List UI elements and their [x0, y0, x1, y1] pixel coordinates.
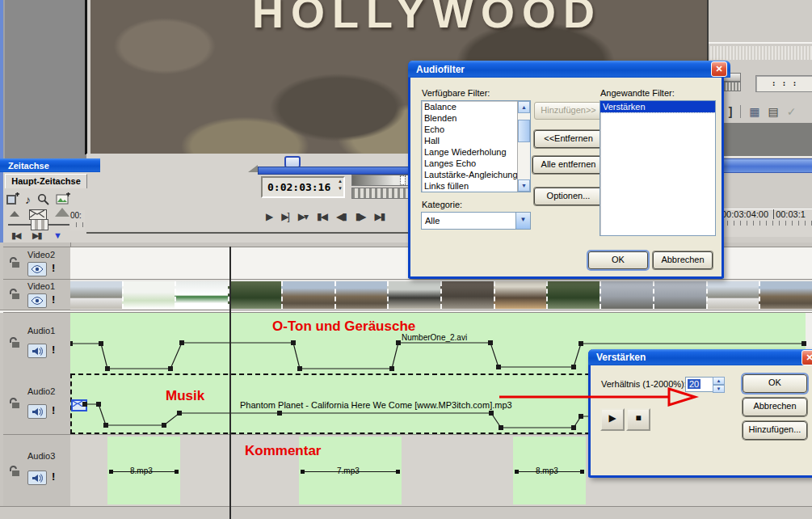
track-alert-icon[interactable]: !	[52, 344, 55, 356]
spin-down-icon[interactable]: ▼	[338, 185, 343, 192]
track-header-video2[interactable]: Video2 !	[3, 247, 70, 280]
step-back-button[interactable]: ◀▮	[336, 211, 346, 222]
envelope-handle[interactable]	[109, 470, 113, 474]
audio3-clip-3[interactable]: 8.mp3	[513, 437, 586, 504]
filter-item[interactable]: Langes Echo	[422, 158, 530, 169]
track-video1-content[interactable]	[70, 279, 812, 310]
ruler-left[interactable]: 00:	[70, 210, 85, 230]
go-to-end-button[interactable]: ▶▮	[375, 211, 385, 222]
play-button[interactable]: ▶	[266, 211, 271, 222]
scroll-down-icon[interactable]: ▼	[518, 179, 530, 192]
combo-arrow-icon[interactable]: ▼	[515, 213, 530, 229]
verstaerken-titlebar[interactable]: Verstärken ✕	[588, 349, 812, 365]
remove-all-filters-button[interactable]: Alle entfernen	[532, 156, 604, 174]
tab-haupt-zeitachse[interactable]: Haupt-Zeitachse	[5, 174, 87, 188]
step-forward-button[interactable]: ▮▶	[356, 211, 365, 222]
track-header-video1[interactable]: Video1 !	[3, 279, 70, 310]
scrub-left-triangle[interactable]	[248, 165, 258, 172]
pm-scrollbar[interactable]	[710, 158, 812, 173]
thumbnail	[494, 281, 547, 309]
envelope-handle[interactable]	[580, 470, 584, 474]
close-icon[interactable]: ✕	[801, 350, 812, 365]
spin-up-icon[interactable]: ▲	[713, 377, 725, 385]
add-audio-track-icon[interactable]: ♪	[25, 193, 31, 206]
envelope-handle[interactable]	[301, 470, 305, 474]
lock-icon[interactable]	[8, 466, 21, 477]
envelope-handle[interactable]	[396, 470, 400, 474]
applied-filters-list[interactable]: Verstärken	[600, 100, 716, 236]
track-header-audio2[interactable]: Audio2 !	[3, 373, 70, 434]
play-preview-button[interactable]: ▶▾	[298, 211, 307, 222]
close-icon[interactable]: ✕	[711, 61, 727, 77]
cancel-button[interactable]: Abbrechen	[743, 398, 807, 416]
filter-item[interactable]: Lautstärke-Angleichung	[422, 169, 530, 180]
record-narration-icon[interactable]	[35, 192, 51, 207]
next-edit-button[interactable]: ▶▮	[32, 230, 41, 241]
lock-icon[interactable]	[8, 337, 21, 348]
ok-button[interactable]: OK	[743, 374, 807, 393]
scrollbar-thumb[interactable]	[518, 120, 530, 142]
preview-play-button[interactable]: ▶	[600, 408, 625, 431]
track-visibility-toggle[interactable]	[27, 262, 47, 276]
track-alert-icon[interactable]: !	[52, 262, 55, 274]
ratio-spinner[interactable]: ▲ ▼	[713, 377, 725, 390]
track-header-audio3[interactable]: Audio3 !	[3, 434, 70, 506]
film-icon[interactable]: ▦	[749, 105, 759, 118]
playhead-line[interactable]	[229, 247, 231, 519]
zoom-in-icon[interactable]	[55, 208, 69, 217]
video1-thumbnails[interactable]	[70, 281, 812, 309]
add-video-track-icon[interactable]	[5, 192, 21, 207]
timecode-box[interactable]: 0:02:03:16 ▲ ▼	[261, 176, 345, 198]
filter-item[interactable]: Blenden	[422, 112, 530, 124]
ok-button[interactable]: OK	[588, 251, 648, 269]
filters-scrollbar[interactable]: ▲ ▼	[517, 101, 530, 192]
timeline-titlebar[interactable]: Zeitachse	[0, 158, 100, 172]
applied-filter-item[interactable]: Verstärken	[600, 101, 715, 112]
filter-item[interactable]: Balance	[422, 101, 530, 112]
zoom-slider-thumb[interactable]	[31, 219, 48, 230]
track-header-audio1[interactable]: Audio1 !	[3, 312, 70, 374]
spin-down-icon[interactable]: ▼	[713, 385, 725, 393]
edit-list-icon[interactable]: ▤	[768, 105, 779, 118]
check-icon[interactable]: ✓	[787, 105, 797, 118]
thumbnail	[387, 281, 440, 309]
track-mute-toggle[interactable]	[27, 470, 47, 485]
audiofilter-titlebar[interactable]: Audiofilter ✕	[408, 61, 730, 78]
remove-filter-button[interactable]: <<Entfernen	[534, 130, 603, 148]
go-to-start-button[interactable]: ▮◀	[317, 211, 326, 222]
timecode-spinner[interactable]: ▲ ▼	[338, 178, 343, 192]
audio3-clip-2-filename: 7.mp3	[337, 466, 360, 475]
add-button[interactable]: Hinzufügen...	[743, 421, 807, 440]
spin-up-icon[interactable]: ▲	[338, 178, 343, 185]
prev-edit-button[interactable]: ▮◀	[11, 230, 20, 241]
envelope-handle[interactable]	[515, 470, 519, 474]
track-mute-toggle[interactable]	[27, 344, 47, 358]
add-image-icon[interactable]	[55, 192, 71, 207]
track-visibility-toggle[interactable]	[27, 293, 47, 308]
envelope-handle[interactable]	[175, 470, 179, 474]
available-filters-list[interactable]: Balance Blenden Echo Hall Lange Wiederho…	[421, 100, 531, 192]
filter-options-button[interactable]: Optionen...	[534, 188, 603, 205]
track-alert-icon[interactable]: !	[52, 470, 55, 483]
track-alert-icon[interactable]: !	[52, 293, 55, 306]
lock-icon[interactable]	[8, 289, 21, 300]
scroll-up-icon[interactable]: ▲	[518, 101, 530, 113]
track-bottom-strip	[0, 506, 812, 519]
track-options-dropdown-icon[interactable]: ▼	[53, 230, 62, 240]
category-dropdown[interactable]: Alle ▼	[421, 212, 531, 230]
zoom-out-icon[interactable]	[10, 211, 19, 217]
track-alert-icon[interactable]: !	[52, 404, 55, 416]
lock-icon[interactable]	[8, 398, 21, 409]
filter-item[interactable]: Echo	[422, 124, 530, 135]
cancel-button[interactable]: Abbrechen	[653, 251, 713, 269]
ruler-right[interactable]: 00:03:04:00 00:03:1	[722, 209, 812, 237]
audio3-clip-1[interactable]: 8.mp3	[107, 437, 180, 504]
lock-icon[interactable]	[8, 257, 21, 268]
filter-item[interactable]: Hall	[422, 135, 530, 146]
play-in-out-button[interactable]: ▶]	[281, 211, 288, 222]
mark-out-icon[interactable]: ]	[729, 105, 733, 118]
filter-item[interactable]: Lange Wiederholung	[422, 146, 530, 158]
track-mute-toggle[interactable]	[27, 404, 47, 419]
preview-stop-button[interactable]: ■	[626, 408, 650, 431]
filter-item[interactable]: Links füllen	[422, 180, 530, 192]
